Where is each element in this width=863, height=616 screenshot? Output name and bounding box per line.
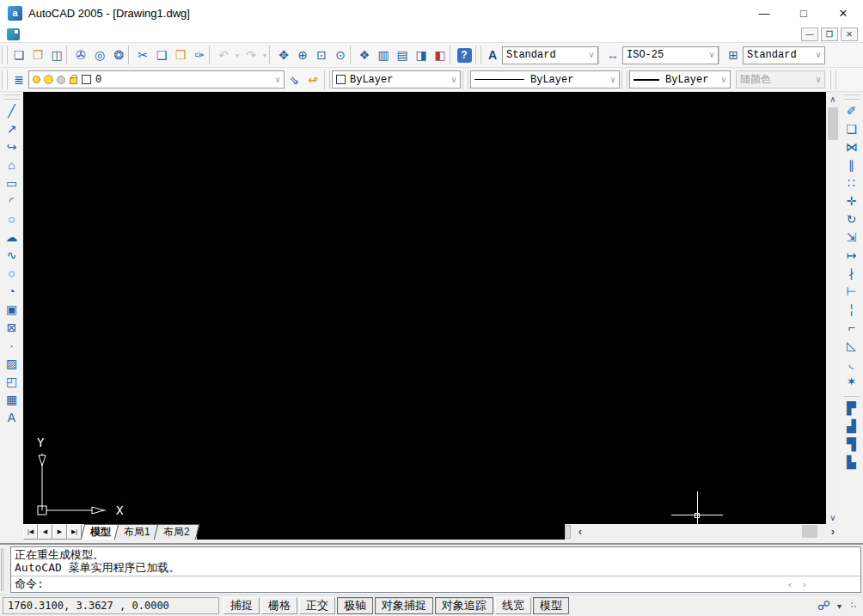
ellipse-arc-icon[interactable]: ◔ — [2, 282, 22, 300]
scroll-right-arrow[interactable]: › — [826, 524, 840, 538]
plot-icon[interactable]: ✇ — [71, 45, 90, 65]
cut-icon[interactable]: ✂ — [133, 45, 152, 65]
scale-icon[interactable]: ⇲ — [842, 228, 862, 246]
scroll-left-arrow[interactable]: ‹ — [573, 524, 587, 538]
text-style-combo[interactable]: Standard ∨ — [502, 46, 598, 64]
bring-above-objects-icon[interactable]: ▜ — [842, 435, 862, 453]
command-window-drag-grip[interactable] — [1, 548, 9, 591]
make-block-icon[interactable]: ⊠ — [2, 318, 22, 336]
horizontal-scrollbar[interactable] — [587, 524, 826, 540]
circle-icon[interactable]: ○ — [2, 210, 22, 228]
table-icon[interactable]: ▦ — [2, 390, 22, 408]
polygon-icon[interactable]: ⌂ — [2, 156, 22, 174]
text-style-icon[interactable]: A — [483, 45, 502, 65]
maximize-button[interactable]: □ — [784, 0, 823, 26]
zoom-previous-icon[interactable]: ⊙ — [331, 45, 350, 65]
chevron-down-icon[interactable]: ∨ — [812, 50, 821, 60]
toolbar-drag-handle[interactable] — [2, 46, 8, 64]
chevron-down-icon[interactable]: ∨ — [706, 50, 714, 60]
tray-dropdown-icon[interactable]: ▾ — [837, 601, 842, 611]
offset-icon[interactable]: ∥ — [842, 156, 862, 174]
copy-icon[interactable]: ❑ — [152, 45, 171, 65]
menu-item[interactable] — [118, 33, 133, 36]
arc-icon[interactable]: ◜ — [2, 192, 22, 210]
layer-lock-icon[interactable] — [70, 77, 77, 84]
designcenter-icon[interactable]: ▥ — [374, 45, 393, 65]
table-style-combo[interactable]: Standard ∨ — [743, 46, 825, 64]
scroll-up-arrow[interactable]: ∧ — [826, 92, 840, 106]
fillet-icon[interactable]: ◟ — [842, 354, 862, 372]
sheetset-manager-icon[interactable]: ◨ — [412, 45, 431, 65]
color-control-combo[interactable]: ByLayer ∨ — [332, 70, 461, 88]
status-toggle-button[interactable]: 对象捕捉 — [375, 597, 433, 614]
layer-properties-manager-icon[interactable]: ≣ — [9, 70, 28, 90]
menu-item[interactable] — [133, 33, 149, 36]
table-style-icon[interactable]: ⊞ — [724, 45, 743, 65]
break-at-point-icon[interactable]: ¦ — [842, 300, 862, 318]
chevron-down-icon[interactable]: ∨ — [718, 75, 726, 85]
zoom-realtime-icon[interactable]: ⊕ — [293, 45, 312, 65]
mirror-icon[interactable]: ⋈ — [842, 137, 862, 156]
open-folder-icon[interactable]: ❐ — [28, 45, 47, 65]
insert-block-icon[interactable]: ▣ — [2, 300, 22, 318]
scroll-left-arrow[interactable]: ‹ — [787, 579, 793, 590]
layout-tab[interactable]: 布局1 — [114, 524, 160, 540]
mdi-restore-button[interactable]: ❐ — [821, 27, 838, 41]
undo-dropdown-icon[interactable]: ▾ — [233, 45, 242, 65]
paste-icon[interactable]: ❒ — [171, 45, 190, 65]
command-text-area[interactable]: 正在重生成模型。AutoCAD 菜单实用程序已加载。 命令: ‹ › — [10, 546, 861, 593]
point-icon[interactable]: · — [2, 336, 22, 354]
polyline-icon[interactable]: ↪ — [2, 137, 22, 156]
scroll-right-arrow[interactable]: › — [801, 579, 807, 590]
menu-item[interactable] — [87, 33, 102, 36]
status-toggle-button[interactable]: 对象追踪 — [435, 597, 493, 614]
line-icon[interactable]: ╱ — [2, 101, 22, 119]
stretch-icon[interactable]: ↦ — [842, 246, 862, 264]
status-toggle-button[interactable]: 线宽 — [495, 597, 531, 614]
layer-previous-icon[interactable]: ↫ — [303, 70, 322, 90]
status-toggle-button[interactable]: 栅格 — [261, 597, 297, 614]
chevron-down-icon[interactable]: ∨ — [448, 75, 456, 85]
rectangle-icon[interactable]: ▭ — [2, 174, 22, 192]
drawing-file-icon[interactable] — [7, 28, 20, 40]
vertical-scrollbar[interactable]: ∧ ∨ — [826, 92, 840, 524]
separator[interactable] — [844, 390, 860, 397]
layout-tab[interactable]: 布局2 — [153, 524, 199, 540]
bring-to-front-icon[interactable]: ▛ — [842, 399, 862, 417]
mdi-close-button[interactable]: ✕ — [841, 27, 858, 41]
layer-combo[interactable]: 0 ∨ — [28, 70, 285, 88]
vertical-scroll-thumb[interactable] — [828, 107, 838, 140]
chevron-down-icon[interactable]: ∨ — [272, 75, 280, 85]
drawing-canvas[interactable]: Y X — [23, 92, 826, 524]
tool-palettes-icon[interactable]: ▤ — [393, 45, 412, 65]
layer-viewport-freeze-icon[interactable] — [57, 76, 65, 84]
status-toggle-button[interactable]: 正交 — [299, 597, 335, 614]
trim-icon[interactable]: ∤ — [842, 264, 862, 282]
publish-icon[interactable]: ❂ — [109, 45, 128, 65]
erase-icon[interactable]: ✐ — [842, 101, 862, 119]
chamfer-icon[interactable]: ◺ — [842, 336, 862, 354]
coordinate-display[interactable]: 1760.3100, 3.3627 , 0.0000 — [3, 597, 219, 614]
linetype-control-combo[interactable]: ByLayer ∨ — [470, 70, 620, 88]
plot-preview-icon[interactable]: ◎ — [90, 45, 109, 65]
move-icon[interactable]: ✛ — [842, 192, 862, 210]
new-file-icon[interactable]: ❏ — [9, 45, 28, 65]
tab-nav-next[interactable]: ▶ — [52, 524, 67, 540]
menu-item[interactable] — [149, 33, 164, 36]
toolbar-drag-handle[interactable] — [621, 70, 627, 89]
toolbar-drag-handle[interactable] — [475, 46, 481, 64]
tab-nav-prev[interactable]: ◀ — [38, 524, 52, 540]
status-toggle-button[interactable]: 模型 — [533, 597, 569, 614]
array-icon[interactable]: ∷ — [842, 174, 862, 192]
toolbar-drag-handle[interactable] — [4, 95, 20, 100]
ellipse-icon[interactable]: ○ — [2, 264, 22, 282]
markup-set-manager-icon[interactable]: ◧ — [431, 45, 450, 65]
redo-icon[interactable]: ↷ — [242, 45, 260, 65]
dim-style-icon[interactable]: ↔ — [603, 45, 622, 65]
redo-dropdown-icon[interactable]: ▾ — [260, 45, 269, 65]
pan-icon[interactable]: ✥ — [274, 45, 293, 65]
app-icon[interactable]: a — [8, 6, 22, 21]
horizontal-scroll-thumb[interactable] — [802, 525, 817, 538]
undo-icon[interactable]: ↶ — [214, 45, 233, 65]
explode-icon[interactable]: ✶ — [842, 372, 862, 390]
